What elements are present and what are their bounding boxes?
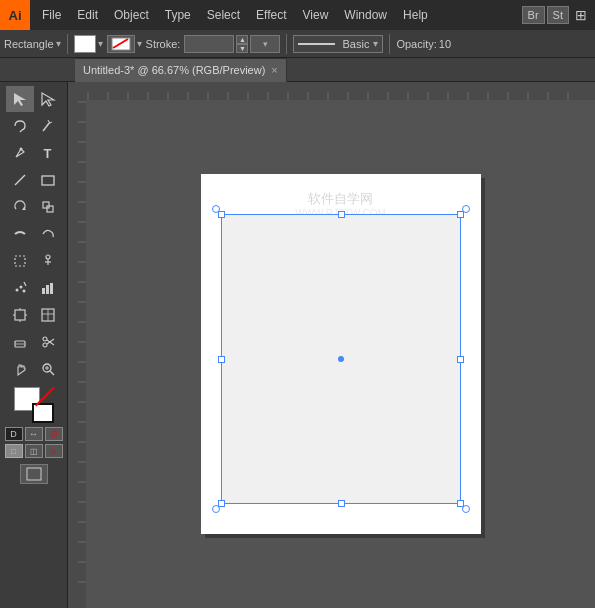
stroke-spinner[interactable]: ▲ ▼ bbox=[236, 35, 248, 53]
none-button[interactable]: ∅ bbox=[45, 427, 63, 441]
svg-point-17 bbox=[15, 289, 18, 292]
gradient-button[interactable]: ◫ bbox=[25, 444, 43, 458]
artboard-tool[interactable] bbox=[6, 302, 34, 328]
select-tool[interactable] bbox=[6, 86, 34, 112]
menu-help[interactable]: Help bbox=[395, 0, 436, 30]
svg-line-35 bbox=[47, 339, 54, 344]
document-tab[interactable]: Untitled-3* @ 66.67% (RGB/Preview) × bbox=[75, 58, 287, 82]
shape-label: Rectangle bbox=[4, 38, 54, 50]
tool-row-10 bbox=[6, 329, 62, 355]
free-transform-tool[interactable] bbox=[6, 248, 34, 274]
scale-handle-tl[interactable] bbox=[218, 211, 225, 218]
menu-view[interactable]: View bbox=[295, 0, 337, 30]
stroke-up-arrow[interactable]: ▲ bbox=[236, 35, 248, 44]
width-tool[interactable] bbox=[6, 221, 34, 247]
stroke-value-control[interactable]: ▲ ▼ ▾ bbox=[184, 35, 280, 53]
magic-wand-tool[interactable] bbox=[34, 113, 62, 139]
lasso-tool[interactable] bbox=[6, 113, 34, 139]
shape-dropdown-arrow[interactable]: ▾ bbox=[56, 38, 61, 49]
hand-icon bbox=[12, 361, 28, 377]
slice-tool[interactable] bbox=[34, 302, 62, 328]
swap-colors-button[interactable]: ↔ bbox=[25, 427, 43, 441]
canvas-area[interactable]: 软件自学网 WWW.RJZXW.COM bbox=[68, 82, 595, 608]
column-graph-tool[interactable] bbox=[34, 275, 62, 301]
stroke-swatch[interactable] bbox=[32, 403, 54, 423]
tool-row-5 bbox=[6, 194, 62, 220]
color-mode-button[interactable]: □ bbox=[5, 444, 23, 458]
line-preview bbox=[298, 43, 334, 45]
menu-effect[interactable]: Effect bbox=[248, 0, 294, 30]
none-mode-button[interactable]: ⊘ bbox=[45, 444, 63, 458]
canvas-content[interactable]: 软件自学网 WWW.RJZXW.COM bbox=[86, 100, 595, 608]
scale-handle-mt[interactable] bbox=[338, 211, 345, 218]
scale-handle-br[interactable] bbox=[457, 500, 464, 507]
horizontal-ruler bbox=[68, 82, 595, 100]
column-graph-icon bbox=[40, 280, 56, 296]
stroke-arrow-dropdown[interactable]: ▾ bbox=[137, 38, 142, 49]
scale-handle-mr[interactable] bbox=[457, 356, 464, 363]
menu-object[interactable]: Object bbox=[106, 0, 157, 30]
fill-color-box[interactable] bbox=[74, 35, 96, 53]
stroke-value-box[interactable] bbox=[184, 35, 234, 53]
artboard[interactable]: 软件自学网 WWW.RJZXW.COM bbox=[201, 174, 481, 534]
stroke-arrow-control[interactable]: ▾ bbox=[107, 35, 142, 53]
fill-control[interactable]: ▾ bbox=[74, 35, 103, 53]
menu-edit[interactable]: Edit bbox=[69, 0, 106, 30]
fill-stroke-stack bbox=[14, 387, 54, 423]
selected-rectangle[interactable] bbox=[221, 214, 461, 504]
workspace-switcher[interactable]: ⊞ bbox=[571, 7, 591, 23]
rotate-tool[interactable] bbox=[6, 194, 34, 220]
direct-select-tool[interactable] bbox=[34, 86, 62, 112]
hand-tool[interactable] bbox=[6, 356, 34, 382]
tool-row-7 bbox=[6, 248, 62, 274]
app-logo: Ai bbox=[0, 0, 30, 30]
color-mode-row: □ ◫ ⊘ bbox=[5, 444, 63, 458]
scale-handle-ml[interactable] bbox=[218, 356, 225, 363]
zoom-tool[interactable] bbox=[34, 356, 62, 382]
menu-items: File Edit Object Type Select Effect View… bbox=[30, 0, 522, 30]
puppet-warp-icon bbox=[40, 253, 56, 269]
rectangle-icon bbox=[40, 172, 56, 188]
fill-dropdown-arrow[interactable]: ▾ bbox=[98, 38, 103, 49]
warp-tool[interactable] bbox=[34, 221, 62, 247]
eraser-tool[interactable] bbox=[6, 329, 34, 355]
scale-handle-bl[interactable] bbox=[218, 500, 225, 507]
line-style-selector[interactable]: Basic ▾ bbox=[293, 35, 383, 53]
symbol-spray-tool[interactable] bbox=[6, 275, 34, 301]
default-colors-button[interactable]: D bbox=[5, 427, 23, 441]
menu-select[interactable]: Select bbox=[199, 0, 248, 30]
menu-bar: Ai File Edit Object Type Select Effect V… bbox=[0, 0, 595, 30]
line-style-dropdown[interactable]: ▾ bbox=[373, 38, 378, 49]
line-tool[interactable] bbox=[6, 167, 34, 193]
menu-window[interactable]: Window bbox=[336, 0, 395, 30]
free-transform-icon bbox=[12, 253, 28, 269]
magic-wand-icon bbox=[40, 118, 56, 134]
rotate-icon bbox=[12, 199, 28, 215]
type-tool[interactable]: T bbox=[34, 140, 62, 166]
screen-mode-icon bbox=[26, 467, 42, 481]
scale-tool[interactable] bbox=[34, 194, 62, 220]
bridge-button[interactable]: Br bbox=[522, 6, 545, 24]
scale-handle-tr[interactable] bbox=[457, 211, 464, 218]
select-icon bbox=[12, 91, 28, 107]
scissors-tool[interactable] bbox=[34, 329, 62, 355]
stroke-down-arrow[interactable]: ▼ bbox=[236, 44, 248, 53]
svg-rect-20 bbox=[42, 288, 45, 294]
svg-rect-23 bbox=[15, 310, 25, 320]
tool-row-11 bbox=[6, 356, 62, 382]
menu-file[interactable]: File bbox=[34, 0, 69, 30]
shape-selector[interactable]: Rectangle ▾ bbox=[4, 38, 61, 50]
rectangle-tool[interactable] bbox=[34, 167, 62, 193]
zoom-icon bbox=[40, 361, 56, 377]
stroke-arrow-box[interactable] bbox=[107, 35, 135, 53]
stroke-unit-dropdown[interactable]: ▾ bbox=[250, 35, 280, 53]
scale-handle-mb[interactable] bbox=[338, 500, 345, 507]
center-point bbox=[338, 356, 344, 362]
tab-close-button[interactable]: × bbox=[271, 64, 277, 76]
puppet-warp-tool[interactable] bbox=[34, 248, 62, 274]
stock-button[interactable]: St bbox=[547, 6, 569, 24]
menu-type[interactable]: Type bbox=[157, 0, 199, 30]
pen-tool[interactable] bbox=[6, 140, 34, 166]
screen-mode-button[interactable] bbox=[20, 464, 48, 484]
opacity-value[interactable]: 10 bbox=[439, 38, 451, 50]
